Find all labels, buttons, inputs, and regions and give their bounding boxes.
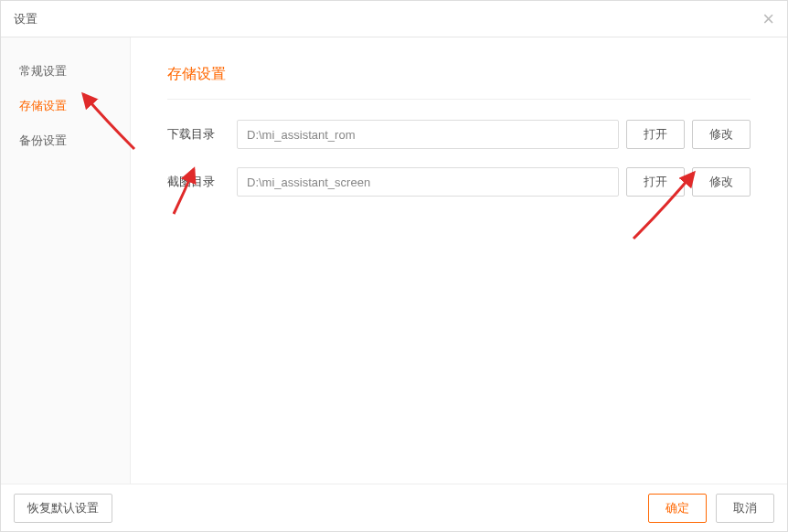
sidebar-item-general[interactable]: 常规设置 (1, 54, 130, 89)
sidebar-item-label: 存储设置 (19, 99, 67, 112)
sidebar-item-storage[interactable]: 存储设置 (1, 89, 130, 123)
download-modify-button[interactable]: 修改 (692, 120, 751, 149)
screenshot-dir-label: 截图目录 (167, 174, 229, 190)
close-icon[interactable]: × (762, 9, 774, 29)
sidebar: 常规设置 存储设置 备份设置 (1, 37, 131, 484)
download-dir-input[interactable] (237, 120, 619, 149)
content-panel: 存储设置 下载目录 打开 修改 截图目录 打开 修改 (131, 37, 787, 484)
dialog-body: 常规设置 存储设置 备份设置 存储设置 下载目录 打开 修改 截图目录 打开 修… (1, 37, 787, 484)
download-open-button[interactable]: 打开 (626, 120, 685, 149)
footer-actions: 确定 取消 (648, 494, 774, 523)
cancel-button[interactable]: 取消 (716, 494, 774, 523)
screenshot-open-button[interactable]: 打开 (626, 167, 685, 197)
dialog-footer: 恢复默认设置 确定 取消 (1, 484, 787, 531)
titlebar: 设置 × (1, 1, 787, 37)
reset-defaults-button[interactable]: 恢复默认设置 (14, 494, 112, 523)
screenshot-modify-button[interactable]: 修改 (692, 167, 751, 197)
row-screenshot-dir: 截图目录 打开 修改 (167, 167, 751, 197)
section-title: 存储设置 (167, 65, 751, 100)
download-dir-label: 下载目录 (167, 126, 229, 143)
dialog-title: 设置 (14, 11, 37, 27)
ok-button[interactable]: 确定 (648, 494, 707, 523)
sidebar-item-backup[interactable]: 备份设置 (1, 123, 130, 158)
row-download-dir: 下载目录 打开 修改 (167, 120, 751, 149)
sidebar-item-label: 常规设置 (19, 64, 67, 78)
sidebar-item-label: 备份设置 (19, 133, 67, 147)
screenshot-dir-input[interactable] (237, 167, 619, 197)
